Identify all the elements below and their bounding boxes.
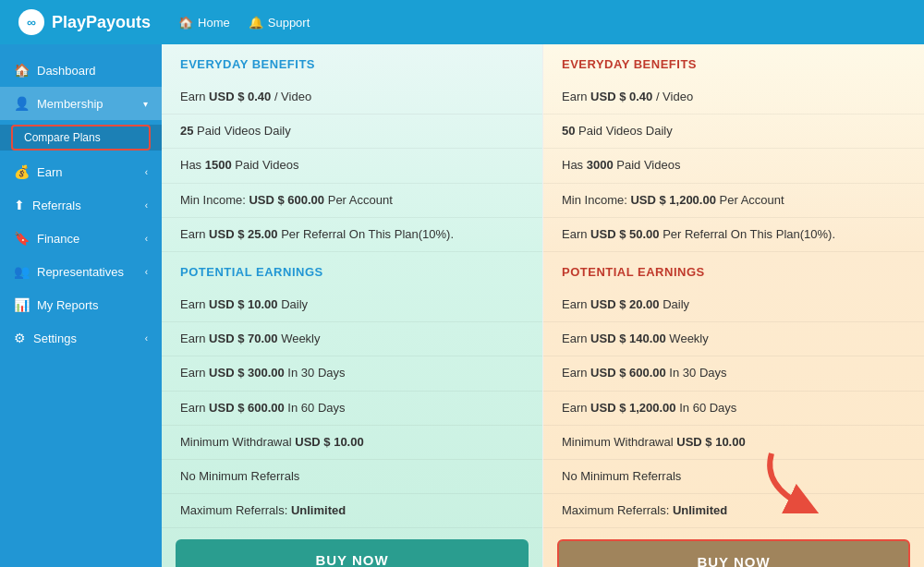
sidebar-item-finance[interactable]: 🔖 Finance ‹ xyxy=(0,222,162,255)
benefit-row: Earn USD $ 600.00 In 30 Days xyxy=(543,356,924,391)
sidebar-item-membership[interactable]: 👤 Membership ▾ xyxy=(0,87,162,120)
left-everyday-header: EVERYDAY BENEFITS xyxy=(162,44,542,80)
left-potential-header: POTENTIAL EARNINGS xyxy=(162,252,542,288)
benefit-row: Has 1500 Paid Videos xyxy=(162,149,542,183)
header-nav: 🏠 Home 🔔 Support xyxy=(178,16,310,30)
benefit-row: Earn USD $ 0.40 / Video xyxy=(543,80,924,115)
sidebar: 🏠 Dashboard 👤 Membership ▾ Compare Plans… xyxy=(0,44,162,567)
sidebar-item-my-reports[interactable]: 📊 My Reports xyxy=(0,288,162,321)
membership-submenu: Compare Plans xyxy=(0,125,162,151)
benefit-row: Earn USD $ 25.00 Per Referral On This Pl… xyxy=(162,218,542,252)
logo-icon: ∞ xyxy=(18,9,44,35)
sidebar-item-label: Membership xyxy=(37,97,136,111)
app-header: ∞ PlayPayouts 🏠 Home 🔔 Support xyxy=(0,0,924,44)
chevron-icon: ▾ xyxy=(143,99,148,109)
home-link[interactable]: 🏠 Home xyxy=(178,16,230,30)
benefit-row: Min Income: USD $ 1,200.00 Per Account xyxy=(543,184,924,218)
chevron-icon: ‹ xyxy=(145,267,148,277)
representatives-icon: 👥 xyxy=(14,264,30,279)
membership-icon: 👤 xyxy=(14,96,30,111)
main-content: EVERYDAY BENEFITS Earn USD $ 0.40 / Vide… xyxy=(162,44,924,567)
sidebar-item-referrals[interactable]: ⬆ Referrals ‹ xyxy=(0,188,162,222)
benefit-row: Min Income: USD $ 600.00 Per Account xyxy=(162,184,542,218)
right-potential-header: POTENTIAL EARNINGS xyxy=(543,252,924,288)
sidebar-item-dashboard[interactable]: 🏠 Dashboard xyxy=(0,54,162,87)
referrals-icon: ⬆ xyxy=(14,198,25,212)
benefit-row: Earn USD $ 10.00 Daily xyxy=(162,288,542,322)
chevron-icon: ‹ xyxy=(145,200,148,211)
sidebar-item-label: Referrals xyxy=(32,199,138,212)
earn-icon: 💰 xyxy=(14,164,30,179)
sidebar-item-representatives[interactable]: 👥 Representatives ‹ xyxy=(0,255,162,288)
right-plan: EVERYDAY BENEFITS Earn USD $ 0.40 / Vide… xyxy=(543,44,924,567)
benefit-row: Earn USD $ 300.00 In 30 Days xyxy=(162,356,542,391)
sidebar-item-settings[interactable]: ⚙ Settings ‹ xyxy=(0,321,162,355)
sidebar-item-label: Finance xyxy=(37,232,138,246)
left-plan: EVERYDAY BENEFITS Earn USD $ 0.40 / Vide… xyxy=(162,44,543,567)
benefit-row: Minimum Withdrawal USD $ 10.00 xyxy=(162,426,542,460)
sidebar-item-earn[interactable]: 💰 Earn ‹ xyxy=(0,155,162,188)
settings-icon: ⚙ xyxy=(14,331,26,345)
reports-icon: 📊 xyxy=(14,297,30,312)
benefit-row: Earn USD $ 1,200.00 In 60 Days xyxy=(543,392,924,426)
right-buy-now-button[interactable]: BUY NOW xyxy=(557,539,910,567)
support-link[interactable]: 🔔 Support xyxy=(249,16,310,30)
sidebar-item-label: Earn xyxy=(37,165,138,179)
main-layout: 🏠 Dashboard 👤 Membership ▾ Compare Plans… xyxy=(0,44,924,567)
benefit-row: Earn USD $ 0.40 / Video xyxy=(162,80,542,115)
benefit-row: 25 Paid Videos Daily xyxy=(162,115,542,149)
benefit-row: Minimum Withdrawal USD $ 10.00 xyxy=(543,426,924,460)
benefit-row: Earn USD $ 70.00 Weekly xyxy=(162,322,542,356)
plans-container: EVERYDAY BENEFITS Earn USD $ 0.40 / Vide… xyxy=(162,44,924,567)
benefit-row: Earn USD $ 50.00 Per Referral On This Pl… xyxy=(543,218,924,252)
compare-plans-button[interactable]: Compare Plans xyxy=(11,125,151,151)
benefit-row: Earn USD $ 140.00 Weekly xyxy=(543,322,924,356)
chevron-icon: ‹ xyxy=(145,167,148,177)
benefit-row: No Minimum Referrals xyxy=(543,460,924,494)
logo: ∞ PlayPayouts xyxy=(18,9,151,35)
benefit-row: 50 Paid Videos Daily xyxy=(543,115,924,149)
sidebar-item-label: Settings xyxy=(33,332,138,345)
benefit-row: Maximum Referrals: Unlimited xyxy=(162,494,542,528)
left-buy-now-button[interactable]: BUY NOW xyxy=(176,539,529,567)
benefit-row: Earn USD $ 20.00 Daily xyxy=(543,288,924,322)
dashboard-icon: 🏠 xyxy=(14,63,30,78)
sidebar-item-label: Representatives xyxy=(37,265,138,279)
right-everyday-header: EVERYDAY BENEFITS xyxy=(543,44,924,80)
sidebar-item-label: Dashboard xyxy=(37,64,148,78)
benefit-row: Has 3000 Paid Videos xyxy=(543,149,924,183)
benefit-row: No Minimum Referrals xyxy=(162,460,542,494)
benefit-row: Earn USD $ 600.00 In 60 Days xyxy=(162,392,542,426)
benefit-row: Maximum Referrals: Unlimited xyxy=(543,494,924,528)
sidebar-item-label: My Reports xyxy=(37,298,148,312)
chevron-icon: ‹ xyxy=(145,234,148,244)
logo-text: PlayPayouts xyxy=(52,13,151,32)
finance-icon: 🔖 xyxy=(14,231,30,246)
chevron-icon: ‹ xyxy=(145,333,148,344)
